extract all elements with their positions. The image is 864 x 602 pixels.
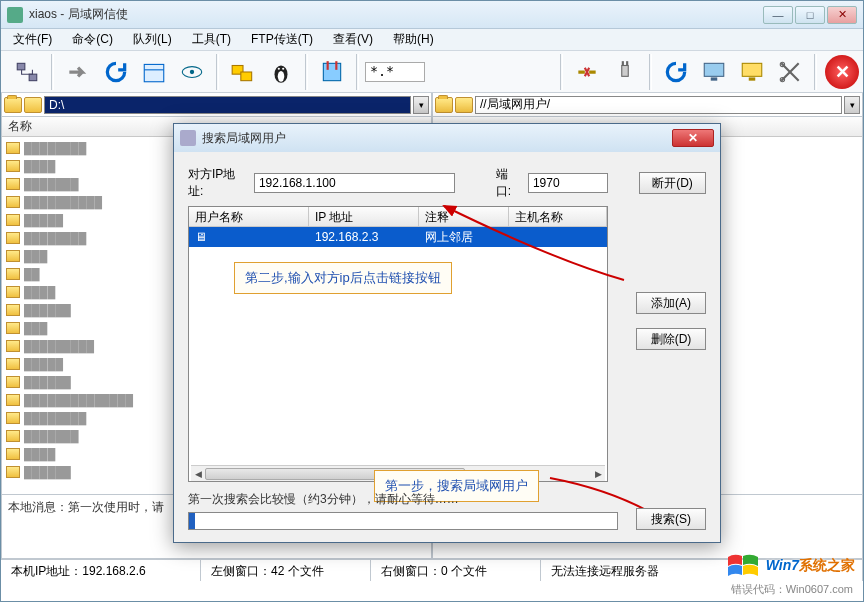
- connect-icon[interactable]: [9, 55, 45, 89]
- svg-rect-20: [742, 63, 762, 76]
- folder-icon: [6, 430, 20, 442]
- svg-rect-1: [29, 74, 37, 81]
- watermark: Win7系统之家: [726, 551, 855, 581]
- folder-icon: [6, 142, 20, 154]
- ip-label: 对方IP地址:: [188, 166, 248, 200]
- folder-icon: [6, 448, 20, 460]
- menu-ftp[interactable]: FTP传送(T): [243, 29, 321, 50]
- disconnect-icon[interactable]: [569, 55, 605, 89]
- user-list[interactable]: 用户名称 IP 地址 注释 主机名称 🖥 192.168.2.3 网上邻居 ◀ …: [188, 206, 608, 482]
- svg-point-11: [282, 67, 284, 69]
- svg-point-5: [190, 69, 194, 73]
- filter-input[interactable]: [365, 62, 425, 82]
- maximize-button[interactable]: □: [795, 6, 825, 24]
- svg-rect-7: [241, 72, 252, 81]
- progress-text: 第一次搜索会比较慢（约3分钟），请耐心等待……: [188, 491, 706, 508]
- left-path-input[interactable]: [44, 96, 411, 114]
- progress-fill: [189, 513, 195, 529]
- local-message: 本地消息：第一次使用时，请: [8, 500, 164, 514]
- folder-icon: [6, 322, 20, 334]
- calendar-icon[interactable]: [136, 55, 172, 89]
- folder-icon: [6, 340, 20, 352]
- folder-icon: [6, 196, 20, 208]
- refresh2-icon[interactable]: [658, 55, 694, 89]
- svg-rect-14: [335, 61, 337, 70]
- window-title: xiaos - 局域网信使: [29, 6, 763, 23]
- menu-file[interactable]: 文件(F): [5, 29, 60, 50]
- status-left-count: 左侧窗口：42 个文件: [201, 560, 371, 581]
- folder-icon[interactable]: [4, 97, 22, 113]
- folder-icon: [6, 376, 20, 388]
- close-button[interactable]: ✕: [827, 6, 857, 24]
- status-right-count: 右侧窗口：0 个文件: [371, 560, 541, 581]
- options-icon[interactable]: [314, 55, 350, 89]
- windows-logo-icon: [726, 551, 760, 581]
- col-comment[interactable]: 注释: [419, 207, 509, 226]
- minimize-button[interactable]: —: [763, 6, 793, 24]
- path-row: ▾ ▾: [1, 93, 863, 117]
- menu-queue[interactable]: 队列(L): [125, 29, 180, 50]
- svg-point-10: [278, 67, 280, 69]
- footer-errcode: 错误代码：Win0607.com: [731, 582, 853, 597]
- dialog-title: 搜索局域网用户: [202, 130, 672, 147]
- penguin-icon[interactable]: [263, 55, 299, 89]
- arrow-right-icon[interactable]: [60, 55, 96, 89]
- menu-cmd[interactable]: 命令(C): [64, 29, 121, 50]
- table-row[interactable]: 🖥 192.168.2.3 网上邻居: [189, 227, 607, 247]
- svg-rect-2: [144, 64, 164, 81]
- menubar: 文件(F) 命令(C) 队列(L) 工具(T) FTP传送(T) 查看(V) 帮…: [1, 29, 863, 51]
- menu-help[interactable]: 帮助(H): [385, 29, 442, 50]
- add-button[interactable]: 添加(A): [636, 292, 706, 314]
- dropdown-icon[interactable]: ▾: [413, 96, 429, 114]
- toolbar: ✕: [1, 51, 863, 93]
- folders-icon[interactable]: [225, 55, 261, 89]
- folder-icon[interactable]: [435, 97, 453, 113]
- svg-rect-12: [323, 63, 340, 80]
- folder-icon[interactable]: [455, 97, 473, 113]
- status-ip: 本机IP地址：192.168.2.6: [1, 560, 201, 581]
- col-host[interactable]: 主机名称: [509, 207, 607, 226]
- folder-icon: [6, 358, 20, 370]
- svg-rect-0: [17, 63, 25, 70]
- search-button[interactable]: 搜索(S): [636, 508, 706, 530]
- folder-icon[interactable]: [24, 97, 42, 113]
- ip-input[interactable]: [254, 173, 455, 193]
- right-path-input[interactable]: [475, 96, 842, 114]
- delete-button[interactable]: 删除(D): [636, 328, 706, 350]
- port-label: 端口:: [496, 166, 522, 200]
- monitor-alert-icon[interactable]: [734, 55, 770, 89]
- refresh-icon[interactable]: [98, 55, 134, 89]
- col-user[interactable]: 用户名称: [189, 207, 309, 226]
- dialog-close-button[interactable]: ✕: [672, 129, 714, 147]
- col-ip[interactable]: IP 地址: [309, 207, 419, 226]
- folder-icon: [6, 268, 20, 280]
- scroll-right-icon[interactable]: ▶: [591, 466, 605, 482]
- stop-button[interactable]: ✕: [825, 55, 859, 89]
- folder-icon: [6, 160, 20, 172]
- monitor-icon: 🖥: [195, 230, 207, 244]
- svg-rect-19: [711, 77, 718, 80]
- folder-icon: [6, 232, 20, 244]
- scroll-left-icon[interactable]: ◀: [191, 466, 205, 482]
- svg-rect-13: [327, 61, 329, 70]
- menu-view[interactable]: 查看(V): [325, 29, 381, 50]
- port-input[interactable]: [528, 173, 608, 193]
- row-comment: 网上邻居: [419, 227, 509, 248]
- progress-bar: [188, 512, 618, 530]
- titlebar: xiaos - 局域网信使 — □ ✕: [1, 1, 863, 29]
- folder-icon: [6, 214, 20, 226]
- folder-icon: [6, 466, 20, 478]
- eye-icon[interactable]: [174, 55, 210, 89]
- folder-icon: [6, 412, 20, 424]
- menu-tools[interactable]: 工具(T): [184, 29, 239, 50]
- list-header: 用户名称 IP 地址 注释 主机名称: [189, 207, 607, 227]
- row-host: [509, 235, 607, 239]
- monitor-icon[interactable]: [696, 55, 732, 89]
- scissors-icon[interactable]: [772, 55, 808, 89]
- folder-icon: [6, 304, 20, 316]
- dialog-icon: [180, 130, 196, 146]
- svg-rect-18: [704, 63, 724, 76]
- disconnect-button[interactable]: 断开(D): [639, 172, 706, 194]
- plug-icon[interactable]: [607, 55, 643, 89]
- dropdown-icon[interactable]: ▾: [844, 96, 860, 114]
